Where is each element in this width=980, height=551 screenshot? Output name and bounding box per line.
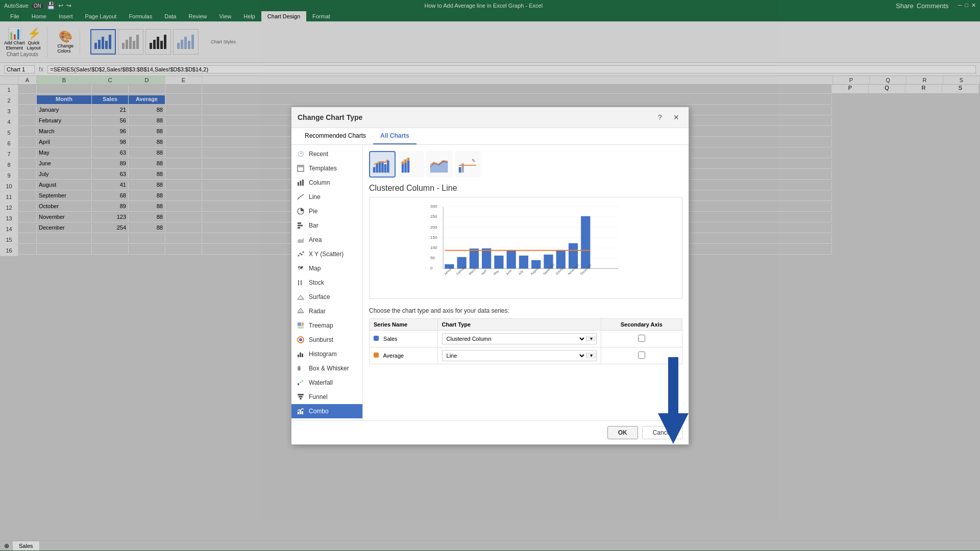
sales-chart-type-select[interactable]: Clustered Column Line Area	[443, 334, 586, 344]
average-secondary-axis-checkbox[interactable]	[638, 352, 645, 359]
dialog-close-button[interactable]: ✕	[670, 111, 682, 123]
dialog-controls: ? ✕	[654, 111, 682, 123]
svg-rect-64	[373, 167, 376, 172]
nav-histogram[interactable]: Histogram	[291, 347, 362, 361]
svg-rect-44	[298, 322, 301, 326]
dialog-help-button[interactable]: ?	[654, 111, 666, 123]
nav-box-whisker[interactable]: Box & Whisker	[291, 361, 362, 375]
nav-scatter[interactable]: X Y (Scatter)	[291, 247, 362, 261]
nav-waterfall[interactable]: Waterfall	[291, 375, 362, 390]
svg-rect-69	[387, 160, 389, 172]
svg-rect-28	[298, 227, 300, 229]
th-series-name: Series Name	[370, 318, 438, 330]
nav-bar[interactable]: Bar	[291, 218, 362, 233]
nav-map[interactable]: 🗺 Map	[291, 261, 362, 276]
nav-line[interactable]: Line	[291, 190, 362, 204]
template-icon	[297, 164, 305, 172]
tab-recommended-charts[interactable]: Recommended Charts	[298, 128, 373, 144]
svg-point-30	[298, 255, 300, 256]
chart-content: ✎ Clustered Column - Line 300 250 200 15…	[363, 145, 689, 420]
svg-marker-41	[301, 295, 304, 299]
nav-stock[interactable]: Stock	[291, 276, 362, 290]
ok-button[interactable]: OK	[607, 426, 638, 439]
surface-icon	[297, 293, 305, 301]
svg-rect-102	[507, 250, 516, 268]
svg-rect-68	[384, 164, 387, 172]
nav-radar[interactable]: Radar	[291, 304, 362, 318]
chart-preview-title: Clustered Column - Line	[369, 184, 682, 193]
series-section-title: Choose the chart type and axis for your …	[369, 307, 682, 314]
sales-select-arrow: ▾	[586, 336, 596, 341]
nav-funnel[interactable]: Funnel	[291, 390, 362, 404]
svg-text:250: 250	[430, 214, 437, 219]
svg-rect-108	[581, 216, 590, 268]
svg-rect-60	[300, 398, 302, 399]
line-icon	[297, 193, 305, 201]
series-table: Series Name Chart Type Secondary Axis Sa…	[369, 318, 682, 364]
nav-combo[interactable]: Combo	[291, 404, 362, 418]
stock-icon	[297, 279, 305, 287]
nav-templates[interactable]: Templates	[291, 161, 362, 176]
scatter-icon	[297, 250, 305, 258]
svg-rect-24	[302, 180, 304, 186]
nav-column[interactable]: Column	[291, 176, 362, 190]
svg-rect-55	[298, 383, 299, 385]
svg-rect-49	[298, 355, 299, 357]
svg-rect-27	[298, 224, 303, 226]
nav-area[interactable]: Area	[291, 233, 362, 247]
waterfall-icon	[297, 379, 305, 387]
svg-rect-71	[402, 161, 404, 164]
svg-rect-51	[302, 354, 303, 357]
series-name-sales: Sales	[370, 330, 438, 347]
svg-marker-122	[658, 357, 689, 444]
series-chart-type-sales: Clustered Column Line Area ▾	[437, 330, 601, 347]
svg-rect-63	[302, 411, 303, 414]
area-icon	[297, 236, 305, 244]
svg-rect-56	[300, 382, 301, 383]
sales-secondary-axis-checkbox[interactable]	[638, 335, 645, 342]
svg-rect-66	[379, 161, 381, 172]
average-chart-type-select-wrapper[interactable]: Clustered Column Line Area ▾	[442, 350, 597, 361]
big-arrow-icon	[653, 357, 694, 449]
svg-point-47	[299, 338, 302, 341]
average-chart-type-select[interactable]: Clustered Column Line Area	[443, 350, 586, 361]
box-whisker-icon	[297, 364, 305, 372]
svg-rect-106	[556, 250, 566, 268]
svg-rect-65	[376, 163, 378, 172]
chart-type-custom[interactable]: ✎	[455, 151, 481, 178]
tab-all-charts[interactable]: All Charts	[373, 128, 416, 144]
chart-type-clustered-column-line[interactable]	[369, 151, 396, 178]
nav-surface[interactable]: Surface	[291, 290, 362, 304]
sales-color-dot	[374, 336, 379, 341]
svg-rect-62	[300, 410, 301, 414]
sunburst-icon	[297, 336, 305, 344]
svg-text:April: April	[481, 269, 487, 276]
chart-type-stacked-col-line[interactable]	[398, 151, 424, 178]
chart-nav: 🕐 Recent Templates Column	[291, 145, 363, 420]
dialog-body: 🕐 Recent Templates Column	[291, 145, 689, 420]
svg-text:0: 0	[430, 266, 433, 270]
dialog-header-tabs: Recommended Charts All Charts	[291, 128, 689, 145]
th-chart-type: Chart Type	[437, 318, 601, 330]
svg-rect-45	[302, 322, 304, 326]
histogram-icon	[297, 350, 305, 358]
svg-rect-70	[402, 164, 404, 172]
svg-rect-101	[494, 255, 503, 268]
svg-text:June: June	[505, 268, 512, 276]
svg-rect-103	[519, 255, 528, 268]
series-table-header: Series Name Chart Type Secondary Axis	[370, 318, 682, 330]
average-color-dot	[374, 353, 379, 358]
svg-rect-46	[298, 327, 304, 329]
nav-sunburst[interactable]: Sunburst	[291, 333, 362, 347]
treemap-icon	[297, 321, 305, 330]
column-icon	[297, 179, 305, 187]
sales-chart-type-select-wrapper[interactable]: Clustered Column Line Area ▾	[442, 333, 597, 344]
nav-recent[interactable]: 🕐 Recent	[291, 147, 362, 161]
nav-pie[interactable]: Pie	[291, 204, 362, 218]
th-secondary-axis: Secondary Axis	[601, 318, 682, 330]
svg-rect-26	[298, 222, 301, 224]
chart-type-area-line[interactable]	[426, 151, 453, 178]
series-name-average: Average	[370, 347, 438, 364]
series-row-average: Average Clustered Column Line Area ▾	[370, 347, 682, 364]
nav-treemap[interactable]: Treemap	[291, 318, 362, 333]
